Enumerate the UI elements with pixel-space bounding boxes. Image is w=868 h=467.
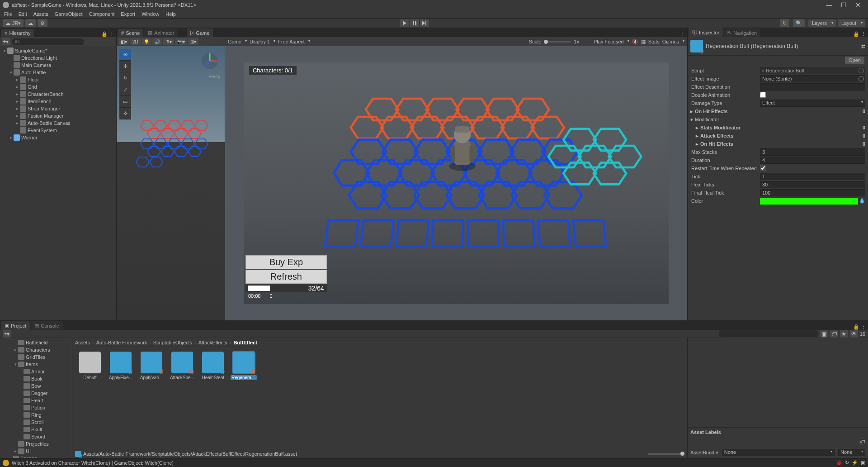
scene-fx-dropdown[interactable]: ⚗▾: [163, 38, 174, 45]
play-focused-dropdown[interactable]: Play Focused: [594, 39, 629, 44]
fold-toggle[interactable]: ▸: [14, 85, 20, 89]
hierarchy-row[interactable]: Main Camera: [0, 62, 116, 69]
onhit-foldout[interactable]: ▸: [690, 109, 693, 114]
statsmod-foldout[interactable]: ▸: [696, 125, 698, 131]
layout-dropdown[interactable]: Layout: [838, 19, 865, 27]
hierarchy-row[interactable]: ▸ItemBench: [0, 98, 116, 105]
fold-toggle[interactable]: ▸: [14, 114, 20, 118]
scene-2d-toggle[interactable]: 2D: [130, 38, 141, 45]
fold-toggle[interactable]: ▸: [14, 121, 20, 125]
script-field[interactable]: ▫ RegenerationBuff: [760, 67, 865, 74]
vsync-icon[interactable]: ▦: [641, 39, 646, 45]
scene-gizmos-dropdown[interactable]: ⊞▾: [188, 38, 198, 45]
mute-icon[interactable]: 🔇: [632, 39, 638, 45]
project-menu-icon[interactable]: ⋮: [861, 324, 866, 330]
status-icon-1[interactable]: 🐞: [836, 460, 842, 466]
bc-assets[interactable]: Assets: [75, 340, 90, 345]
project-tree-row[interactable]: ▸Characters: [0, 346, 72, 353]
assetbundle-dropdown[interactable]: None: [722, 449, 835, 456]
game-canvas[interactable]: Characters: 0/1: [225, 46, 687, 320]
game-mode-dropdown[interactable]: Game: [228, 39, 247, 44]
healticks-input[interactable]: [760, 181, 865, 188]
modificator-foldout[interactable]: ▾: [690, 117, 693, 123]
hierarchy-row[interactable]: Directional Light: [0, 54, 116, 62]
effect-desc-input[interactable]: [760, 83, 865, 91]
scale-tool[interactable]: ⤢: [119, 84, 131, 96]
color-field[interactable]: 💧: [760, 198, 858, 205]
stats-toggle[interactable]: Stats: [648, 39, 660, 44]
project-tree-row[interactable]: Sword: [0, 433, 72, 440]
effect-image-field[interactable]: None (Sprite): [760, 75, 865, 82]
project-tree-row[interactable]: ▾Items: [0, 361, 72, 368]
status-icon-4[interactable]: ▣: [861, 460, 865, 466]
inspector-tab[interactable]: ⓘ Inspector: [689, 28, 723, 37]
inspector-preset-icon[interactable]: ⇄: [861, 43, 865, 49]
warning-icon[interactable]: [3, 460, 9, 466]
console-tab[interactable]: ▤ Console: [31, 321, 62, 330]
project-tree-row[interactable]: Book: [0, 375, 72, 382]
hierarchy-search-input[interactable]: [12, 38, 84, 45]
hidden-packages-button[interactable]: 👁: [850, 330, 858, 338]
eyedropper-icon[interactable]: 💧: [859, 198, 865, 204]
animator-tab[interactable]: ▦ Animator: [144, 29, 178, 37]
scale-slider[interactable]: [544, 41, 571, 43]
open-button[interactable]: Open: [845, 57, 864, 64]
project-tree[interactable]: Battlefield▸CharactersGridTiles▾ItemsArm…: [0, 338, 72, 458]
project-tree-row[interactable]: Scroll: [0, 419, 72, 426]
duration-input[interactable]: [760, 157, 865, 164]
project-tab[interactable]: ▣ Project: [1, 321, 30, 330]
view-menu-icon[interactable]: ⋮: [680, 31, 685, 37]
fold-toggle[interactable]: ▸: [14, 77, 20, 82]
hierarchy-menu-icon[interactable]: ⋮: [109, 31, 114, 37]
favorites-button[interactable]: ★: [840, 330, 848, 338]
project-search-input[interactable]: [719, 330, 818, 337]
add-label-icon[interactable]: 🏷: [859, 438, 865, 445]
asset-item[interactable]: AttackSpe...: [169, 352, 195, 380]
thumbnail-slider[interactable]: [648, 453, 684, 455]
bc-framework[interactable]: Auto-Battle Framework: [96, 340, 147, 345]
project-add-button[interactable]: +▾: [3, 330, 11, 338]
undo-history-button[interactable]: ↻: [780, 19, 789, 27]
search-label-button[interactable]: 🏷: [830, 330, 838, 338]
project-tree-row[interactable]: Projectiles: [0, 440, 72, 448]
tick-input[interactable]: [760, 173, 865, 180]
fold-toggle[interactable]: ▾: [13, 362, 18, 367]
asset-item[interactable]: Regenerati...: [231, 352, 257, 380]
close-button[interactable]: ✕: [851, 1, 865, 9]
bc-buff[interactable]: BuffEffect: [233, 340, 257, 345]
assets-grid[interactable]: DebuffApplyFixe...ApplyVari...AttackSpe.…: [72, 347, 687, 449]
project-tree-row[interactable]: Bow: [0, 382, 72, 390]
hierarchy-lock-icon[interactable]: 🔒: [101, 31, 108, 37]
scene-camera-dropdown[interactable]: 📷▾: [175, 38, 187, 45]
hierarchy-row[interactable]: ▸Warrior: [0, 134, 116, 141]
project-tree-row[interactable]: ▸UI: [0, 448, 72, 455]
fold-toggle[interactable]: ▸: [14, 92, 20, 96]
fold-toggle[interactable]: ▸: [8, 135, 14, 140]
project-tree-row[interactable]: Ring: [0, 411, 72, 419]
hierarchy-row[interactable]: ▸Floor: [0, 76, 116, 83]
menu-component[interactable]: Component: [85, 11, 118, 17]
asset-item[interactable]: Debuff: [77, 352, 103, 380]
transform-tool[interactable]: ⊹: [119, 108, 131, 119]
project-tree-row[interactable]: Potion: [0, 404, 72, 411]
menu-gameobject[interactable]: GameObject: [52, 11, 86, 17]
game-tab[interactable]: ▷ Game: [187, 29, 213, 37]
fold-toggle[interactable]: ▾: [8, 70, 14, 75]
menu-assets[interactable]: Assets: [30, 11, 52, 17]
hierarchy-row[interactable]: ▸Grid: [0, 83, 116, 91]
add-object-button[interactable]: +▾: [2, 38, 10, 45]
hierarchy-row[interactable]: ▾Auto-Battle: [0, 69, 116, 76]
hierarchy-row[interactable]: ▾SampleGame*: [0, 47, 116, 54]
status-icon-2[interactable]: ↻: [845, 460, 849, 466]
move-tool[interactable]: ✛: [119, 61, 131, 72]
project-tree-row[interactable]: Heart: [0, 397, 72, 404]
minimize-button[interactable]: —: [822, 1, 836, 9]
account-button[interactable]: ☁ JR ▾: [3, 19, 24, 27]
project-tree-row[interactable]: Skull: [0, 426, 72, 433]
damage-type-dropdown[interactable]: Effect: [760, 100, 865, 107]
inspector-menu-icon[interactable]: ⋮: [861, 31, 866, 37]
status-text[interactable]: Witch 3 Activated on Character Witch(Clo…: [12, 460, 174, 466]
fold-toggle[interactable]: ▸: [14, 106, 20, 111]
menu-edit[interactable]: Edit: [15, 11, 30, 17]
view-tool[interactable]: 👁: [119, 49, 131, 61]
